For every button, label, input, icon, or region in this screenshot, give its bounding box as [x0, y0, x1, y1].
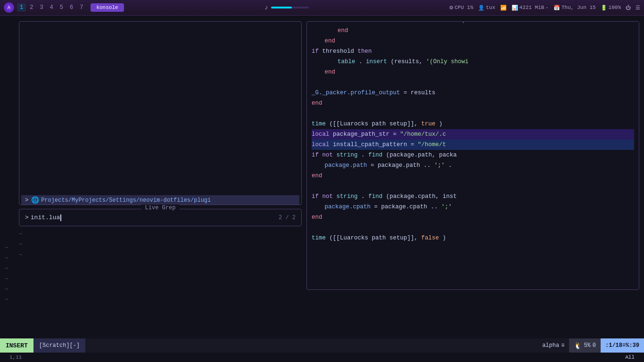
livegrep-box: Live Grep > init.lua 2 / 2 [19, 209, 302, 226]
tilde-4: ~ [5, 274, 19, 284]
file-indicator: [Scratch][-] [33, 338, 85, 353]
preview-panel: Grep Preview end end if threshold then [306, 21, 639, 338]
code-line-14: package.path = package.path .. ';' . [312, 160, 634, 171]
ram-item: 📊 4221 MiB - [512, 5, 549, 11]
preview-title: Grep Preview [449, 21, 497, 24]
code-line-18: package.cpath = package.cpath .. ';' [312, 202, 634, 212]
result-arrow: > [25, 195, 28, 205]
tilde-3: ~ [5, 263, 19, 274]
menu-item[interactable]: ☰ [636, 5, 640, 11]
workspace-3[interactable]: 3 [37, 3, 46, 12]
date-item: 📅 Thu, Jun 15 [553, 5, 596, 11]
app-tag[interactable]: konsole [91, 3, 124, 12]
code-line-3: if threshold then [312, 46, 634, 57]
code-line-4: table . insert (results, '(Only showi [312, 57, 634, 67]
workspace-5[interactable]: 5 [57, 3, 66, 12]
code-line-20 [312, 222, 634, 233]
power-icon: ⏻ [626, 5, 631, 11]
cpu-monitor: ⚙ CPU 1% [449, 4, 473, 11]
tilde-b3: ~ [19, 250, 302, 260]
code-line-2: end [312, 36, 634, 46]
mode-indicator: INSERT [0, 338, 33, 353]
code-line-12: local install_cpath_pattern = "/home/t [312, 140, 634, 150]
preview-box: Grep Preview end end if threshold then [306, 21, 639, 290]
code-line-6 [312, 77, 634, 88]
cpu-icon: ⚙ [449, 4, 453, 11]
grep-count: 2 / 2 [279, 214, 296, 221]
results-panel: Results > 🌐 Projects/MyProjects/Settings… [19, 21, 302, 338]
ram-label: 4221 MiB [520, 5, 545, 10]
logo: A [4, 2, 14, 13]
livegrep-title: Live Grep [141, 205, 180, 211]
music-progress-bar[interactable] [271, 7, 309, 8]
statusbar-top: INSERT [Scratch][-] alpha ≡ 🐧 5% 0 :1/18… [0, 338, 644, 353]
result-icon-1: 🌐 [31, 195, 39, 205]
sys-tray: ⚙ CPU 1% 👤 tux 📶 📊 4221 MiB - 📅 Thu, Jun… [449, 4, 640, 11]
grep-value: init.lua [31, 214, 60, 221]
code-line-17: if not string . find (package.cpath, ins… [312, 191, 634, 202]
tilde-5: ~ [5, 284, 19, 295]
username: tux [486, 5, 495, 10]
user-item: 👤 tux [478, 5, 495, 11]
pct-section: 🐧 5% 0 [569, 338, 601, 353]
result-text-1: Projects/MyProjects/Settings/neovim-dotf… [41, 195, 211, 205]
code-line-7: _G._packer.profile_output = results [312, 88, 634, 98]
tilde-6: ~ [5, 295, 19, 305]
tilde-b2: ~ [19, 239, 302, 250]
workspace-2[interactable]: 2 [27, 3, 36, 12]
linux-icon: 🐧 [574, 342, 582, 350]
position-indicator: :1/18=%:39 [601, 338, 644, 353]
date-label: Thu, Jun 15 [561, 5, 596, 10]
ram-dash: - [545, 5, 549, 10]
workspace-4[interactable]: 4 [47, 3, 56, 12]
preview-content: end end if threshold then table . insert [307, 22, 639, 289]
grep-prompt: > [25, 214, 29, 221]
grep-cursor [60, 214, 61, 221]
code-line-11: local package_path_str = "/home/tux/.c [312, 129, 634, 140]
calendar-icon: 📅 [553, 5, 560, 11]
wifi-item: 📶 [500, 5, 507, 11]
code-line-19: end [312, 212, 634, 222]
code-line-15: end [312, 171, 634, 181]
code-line-13: if not string . find (package.path, pack… [312, 150, 634, 160]
battery-item: 🔋 100% [601, 5, 621, 11]
tilde-b1: ~ [19, 229, 302, 239]
results-empty-space [21, 25, 299, 195]
result-item-1[interactable]: > 🌐 Projects/MyProjects/Settings/neovim-… [21, 195, 299, 205]
code-line-16 [312, 181, 634, 191]
wifi-icon: 📶 [500, 5, 507, 11]
cpu-label: CPU 1% [454, 5, 473, 10]
workspaces: 1 2 3 4 5 6 7 [17, 3, 86, 12]
code-line-21: time ([[Luarocks path setup]], false ) [312, 233, 634, 243]
statusbar: INSERT [Scratch][-] alpha ≡ 🐧 5% 0 :1/18… [0, 338, 644, 362]
cursor-pos: 1,11 [9, 354, 22, 360]
workspace-6[interactable]: 6 [67, 3, 76, 12]
equiv-icon: ≡ [561, 342, 564, 349]
menu-icon: ☰ [636, 5, 640, 11]
code-line-9 [312, 108, 634, 119]
power-item[interactable]: ⏻ [626, 5, 631, 11]
bottom-tildes: ~ ~ ~ [19, 226, 302, 260]
code-line-5: end [312, 67, 634, 77]
ram-icon: 📊 [512, 5, 518, 11]
workspace-1[interactable]: 1 [17, 3, 26, 12]
code-line-1: end [312, 25, 634, 36]
battery-label: 100% [609, 5, 621, 10]
livegrep-inner: > init.lua 2 / 2 [19, 209, 301, 226]
scroll-pos: All [625, 354, 635, 360]
tilde-column: ~ ~ ~ ~ ~ ~ [5, 21, 19, 338]
tilde-2: ~ [5, 253, 19, 263]
tilde-1: ~ [5, 243, 19, 253]
battery-icon: 🔋 [601, 5, 607, 11]
grep-input-area[interactable]: > init.lua [25, 214, 279, 221]
main-content: ~ ~ ~ ~ ~ ~ Results > 🌐 Projects/MyProje… [0, 16, 644, 338]
zero-value: 0 [593, 342, 596, 349]
code-line-8: end [312, 98, 634, 108]
code-line-10: time ([[Luarocks path setup]], true ) [312, 119, 634, 129]
results-box: Results > 🌐 Projects/MyProjects/Settings… [19, 21, 302, 205]
alpha-label: alpha [542, 342, 559, 349]
workspace-7[interactable]: 7 [77, 3, 86, 12]
pct-value: 5% [584, 342, 590, 349]
results-title: Results [145, 21, 176, 24]
alpha-section: alpha ≡ [537, 342, 569, 349]
